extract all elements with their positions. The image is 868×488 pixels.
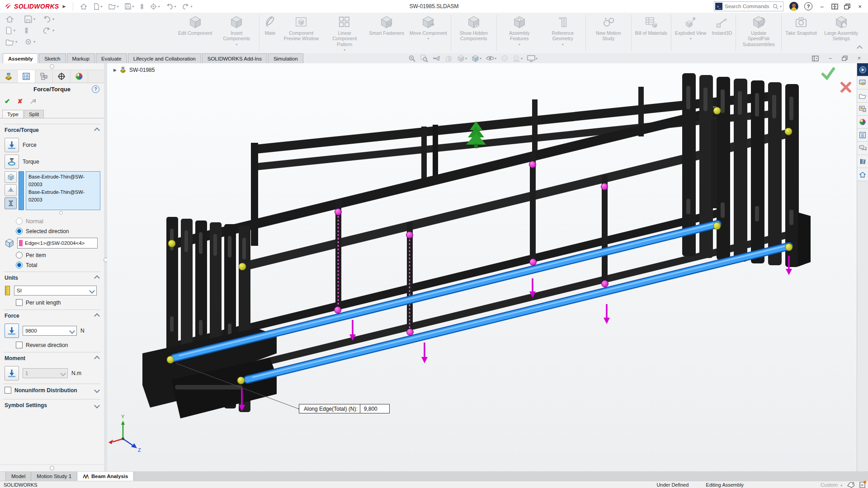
split-pane-button[interactable] <box>831 4 838 9</box>
tab-scroll-button[interactable] <box>0 472 6 481</box>
left-fin-block[interactable] <box>142 217 277 418</box>
breadcrumb-expand-icon[interactable]: ▶ <box>113 68 117 72</box>
tab-markup[interactable]: Markup <box>67 53 95 63</box>
ribbon-take-snapshot[interactable]: Take Snapshot <box>783 14 819 36</box>
splitter-handle-icon[interactable] <box>50 64 54 69</box>
document-close-button[interactable]: × <box>858 55 861 61</box>
force-value-button[interactable] <box>5 324 19 338</box>
select-vertex-filter-button[interactable] <box>5 184 17 196</box>
tab-home[interactable] <box>857 168 868 181</box>
view-settings-button[interactable]: ▾ <box>526 55 539 62</box>
save-button[interactable]: ▾ <box>125 3 134 9</box>
mode-tab-split[interactable]: Split <box>24 110 44 118</box>
options-gear-button-large[interactable]: ▾ <box>24 38 35 46</box>
panel-top-splitter[interactable] <box>0 63 104 70</box>
tab-sketch[interactable]: Sketch <box>39 53 66 63</box>
selection-listbox[interactable]: Base-Extrude-Thin@SW-02003 Base-Extrude-… <box>26 171 100 210</box>
open-button-large[interactable]: ▾ <box>5 38 17 46</box>
tab-simulation[interactable]: Simulation <box>268 53 303 63</box>
save-button-large[interactable]: ▾ <box>24 15 35 23</box>
ribbon-new-motion-study[interactable]: New Motion Study <box>587 14 630 42</box>
panel-bottom-splitter[interactable] <box>0 465 104 471</box>
tab-featuremanager[interactable] <box>0 70 18 83</box>
pin-button[interactable] <box>30 98 37 104</box>
ribbon-component-preview-window[interactable]: Component Preview Window <box>279 14 323 42</box>
ribbon-show-hidden-components[interactable]: Show Hidden Components <box>452 14 495 42</box>
tab-assembly[interactable]: Assembly <box>3 53 38 63</box>
tab-propertymanager[interactable] <box>18 70 35 83</box>
panel-help-button[interactable]: ? <box>92 85 99 93</box>
selected-direction-radio[interactable] <box>16 228 23 235</box>
per-item-radio[interactable] <box>16 252 23 258</box>
force-value-combo[interactable]: 9800 <box>23 326 77 336</box>
hide-show-items-button[interactable]: ▾ <box>485 55 498 61</box>
home-button-large[interactable] <box>5 15 17 23</box>
document-minimize-button[interactable]: – <box>829 55 832 61</box>
breadcrumb[interactable]: ▶ SW-01985 <box>113 66 155 73</box>
tab-appearances[interactable] <box>857 116 868 129</box>
ribbon-bill-of-materials[interactable]: Bill of Materials <box>632 14 670 36</box>
notifications-button[interactable] <box>859 482 865 488</box>
nonuniform-distribution-checkbox[interactable] <box>5 387 11 394</box>
document-restore-button[interactable] <box>842 56 848 61</box>
search-commands-box[interactable]: >_ ▾ <box>714 1 783 11</box>
search-commands-input[interactable] <box>724 3 773 9</box>
undo-dropdown-icon[interactable]: ▾ <box>174 5 176 9</box>
display-style-button[interactable]: ▾ <box>470 55 483 62</box>
selection-item[interactable]: Base-Extrude-Thin@SW-02003 <box>28 173 98 188</box>
attach-button[interactable] <box>140 3 144 10</box>
force-callout[interactable]: Along Edge(Total) (N): 9,800 <box>299 404 390 413</box>
force-type-button[interactable] <box>5 138 19 152</box>
graphics-viewport[interactable]: Y X Z ▶ SW-01985 Along Edge(Total) (N): … <box>107 63 857 471</box>
torque-type-button[interactable] <box>5 155 19 169</box>
ribbon-edit-component[interactable]: Edit Component <box>175 14 215 36</box>
total-radio[interactable] <box>16 262 23 268</box>
tab-file-explorer[interactable] <box>857 89 868 103</box>
force-callout-value[interactable]: 9,800 <box>360 404 390 413</box>
radio-row-selected-direction[interactable]: Selected direction <box>16 228 100 235</box>
group-symbol-settings[interactable]: Symbol Settings <box>4 399 100 411</box>
ribbon-exploded-view[interactable]: Exploded View▾ <box>672 14 709 41</box>
help-button[interactable]: ? <box>804 2 812 10</box>
3d-model-assembly[interactable]: Y X Z <box>107 63 857 471</box>
ribbon-insert-components[interactable]: Insert Components▾ <box>215 14 258 47</box>
new-document-button-large[interactable]: ▾ <box>5 27 17 34</box>
unit-system-select[interactable]: SI <box>14 286 97 296</box>
zoom-to-fit-button[interactable] <box>407 55 417 62</box>
per-unit-length-row[interactable]: Per unit length <box>16 299 100 306</box>
confirmation-cancel-button[interactable] <box>840 81 852 93</box>
ribbon-update-speedpak[interactable]: Update SpeedPak Subassemblies <box>737 14 780 47</box>
ribbon-instant3d[interactable]: Instant3D <box>709 14 735 36</box>
pane-toggle-button[interactable] <box>812 56 819 61</box>
radio-row-per-item[interactable]: Per item <box>16 252 100 258</box>
ribbon-reference-geometry[interactable]: Reference Geometry▾ <box>541 14 585 47</box>
options-gear-button[interactable]: ▾ <box>150 3 160 10</box>
right-fin-block[interactable] <box>682 73 811 267</box>
select-face-filter-button[interactable] <box>5 171 17 183</box>
ribbon-mate[interactable]: Mate <box>260 14 279 36</box>
reverse-direction-checkbox[interactable] <box>16 342 23 348</box>
tab-dimxpertmanager[interactable] <box>53 70 71 83</box>
logo-expand-arrow-icon[interactable]: ▶ <box>62 4 66 9</box>
ribbon-assembly-features[interactable]: Assembly Features▾ <box>498 14 541 47</box>
undo-button[interactable]: ▾ <box>166 4 176 9</box>
tab-lifecycle-collaboration[interactable]: Lifecycle and Collaboration <box>128 53 201 63</box>
tab-solidworks-addins[interactable]: SOLIDWORKS Add-Ins <box>202 53 267 63</box>
ribbon-large-assembly-settings[interactable]: Large Assembly Settings <box>820 14 863 42</box>
select-beam-filter-button[interactable] <box>5 197 17 209</box>
tab-model[interactable]: Model <box>6 472 31 481</box>
group-units[interactable]: Units <box>4 272 100 283</box>
zoom-to-area-button[interactable] <box>419 55 429 62</box>
mode-tab-type[interactable]: Type <box>2 110 24 118</box>
new-document-button[interactable]: ▾ <box>94 3 102 10</box>
radio-row-normal[interactable]: Normal <box>16 218 100 225</box>
radio-row-total[interactable]: Total <box>16 262 100 268</box>
tab-solidworks-resources[interactable] <box>857 76 868 89</box>
new-document-dropdown-icon[interactable]: ▾ <box>100 5 102 9</box>
listbox-resize-handle[interactable] <box>22 211 100 215</box>
per-unit-length-checkbox[interactable] <box>16 299 23 306</box>
view-orientation-button[interactable]: ▾ <box>456 55 468 62</box>
ok-button[interactable]: ✔ <box>5 97 10 105</box>
tab-evaluate[interactable]: Evaluate <box>96 53 127 63</box>
direction-reference-box[interactable]: Edge<1>@SW-02004<4> <box>17 238 98 249</box>
